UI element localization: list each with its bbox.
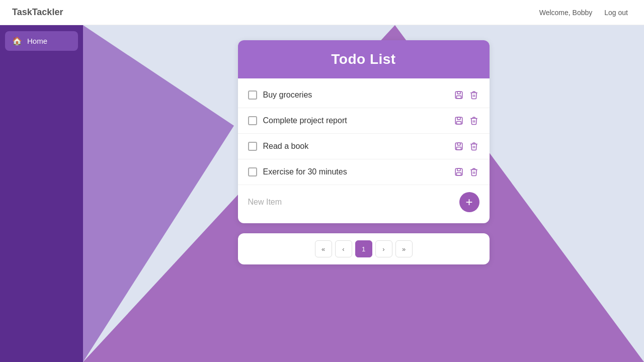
svg-rect-13 bbox=[457, 168, 460, 171]
pagination-prev[interactable]: ‹ bbox=[335, 240, 352, 257]
svg-rect-5 bbox=[456, 96, 461, 99]
todo-item-actions-1 bbox=[453, 89, 479, 101]
main-content: Todo List Buy groceries bbox=[83, 25, 644, 362]
todo-list: Buy groceries bbox=[238, 78, 490, 223]
pagination-card: « ‹ 1 › » bbox=[238, 233, 490, 264]
todo-card: Todo List Buy groceries bbox=[238, 40, 490, 223]
todo-item-text-1: Buy groceries bbox=[263, 90, 447, 100]
pagination-next[interactable]: › bbox=[375, 240, 392, 257]
todo-item-text-4: Exercise for 30 minutes bbox=[263, 167, 447, 176]
save-button-1[interactable] bbox=[453, 89, 464, 101]
navbar-right: Welcome, Bobby Log out bbox=[539, 7, 632, 19]
home-icon: 🏠 bbox=[12, 36, 22, 46]
trash-icon-1 bbox=[469, 90, 478, 100]
todo-checkbox-4[interactable] bbox=[248, 167, 257, 176]
trash-icon-2 bbox=[469, 116, 478, 125]
todo-item-actions-3 bbox=[453, 141, 479, 152]
trash-icon-4 bbox=[469, 167, 478, 176]
todo-title: Todo List bbox=[331, 51, 395, 67]
todo-item: Buy groceries bbox=[238, 82, 490, 108]
delete-button-1[interactable] bbox=[468, 89, 479, 101]
sidebar-item-label: Home bbox=[27, 37, 47, 45]
todo-checkbox-3[interactable] bbox=[248, 142, 257, 151]
todo-item: Exercise for 30 minutes bbox=[238, 159, 490, 185]
add-item-button[interactable]: + bbox=[459, 192, 479, 212]
new-item-row: + bbox=[238, 185, 490, 219]
save-button-3[interactable] bbox=[453, 141, 464, 152]
pagination-last[interactable]: » bbox=[395, 240, 413, 257]
save-icon-4 bbox=[454, 167, 463, 176]
todo-item-text-3: Read a book bbox=[263, 142, 447, 151]
todo-item-actions-4 bbox=[453, 166, 479, 177]
logout-button[interactable]: Log out bbox=[600, 7, 632, 19]
save-button-4[interactable] bbox=[453, 166, 464, 177]
page-content: Todo List Buy groceries bbox=[83, 25, 644, 280]
navbar: TaskTackler Welcome, Bobby Log out bbox=[0, 0, 644, 25]
svg-rect-11 bbox=[456, 147, 461, 150]
delete-button-2[interactable] bbox=[468, 115, 479, 126]
save-icon-2 bbox=[454, 116, 463, 125]
save-button-2[interactable] bbox=[453, 115, 464, 126]
save-icon-3 bbox=[454, 142, 463, 151]
delete-button-4[interactable] bbox=[468, 166, 479, 177]
layout: 🏠 Home Todo List bbox=[0, 25, 644, 362]
svg-rect-14 bbox=[456, 173, 461, 175]
trash-icon-3 bbox=[469, 142, 478, 151]
svg-rect-7 bbox=[457, 117, 460, 120]
pagination-page-1[interactable]: 1 bbox=[355, 240, 372, 257]
todo-checkbox-1[interactable] bbox=[248, 90, 257, 100]
todo-item-text-2: Complete project report bbox=[263, 116, 447, 125]
todo-header: Todo List bbox=[238, 40, 490, 78]
todo-checkbox-2[interactable] bbox=[248, 116, 257, 125]
svg-rect-10 bbox=[457, 143, 460, 145]
todo-item: Read a book bbox=[238, 134, 490, 159]
save-icon-1 bbox=[454, 90, 463, 100]
sidebar-item-home[interactable]: 🏠 Home bbox=[5, 31, 78, 51]
pagination-first[interactable]: « bbox=[315, 240, 332, 257]
sidebar: 🏠 Home bbox=[0, 25, 83, 362]
todo-item-actions-2 bbox=[453, 115, 479, 126]
app-brand: TaskTackler bbox=[12, 7, 63, 18]
svg-rect-4 bbox=[457, 92, 460, 94]
new-item-input[interactable] bbox=[248, 198, 453, 207]
welcome-text: Welcome, Bobby bbox=[539, 9, 593, 17]
delete-button-3[interactable] bbox=[468, 141, 479, 152]
svg-rect-8 bbox=[456, 122, 461, 124]
todo-item: Complete project report bbox=[238, 108, 490, 134]
